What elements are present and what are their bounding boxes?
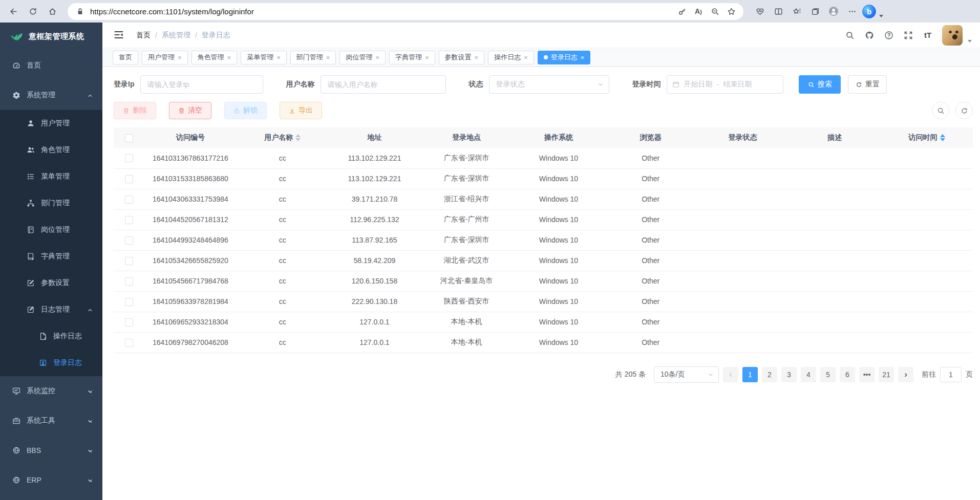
close-icon[interactable]: ×: [425, 54, 429, 61]
refresh-table-button[interactable]: [955, 102, 973, 119]
back-icon[interactable]: [5, 3, 22, 19]
close-icon[interactable]: ×: [475, 54, 479, 61]
row-checkbox[interactable]: [125, 216, 133, 224]
fullscreen-icon[interactable]: [903, 30, 913, 40]
breadcrumb-item[interactable]: 首页: [136, 31, 151, 40]
date-range-picker[interactable]: 开始日期 - 结束日期: [667, 75, 783, 94]
close-icon[interactable]: ×: [326, 54, 330, 61]
sidebar-item-Yi框架[interactable]: Yi框架: [0, 495, 102, 500]
github-icon[interactable]: [864, 30, 875, 40]
username-field[interactable]: [321, 75, 446, 94]
tab-首页[interactable]: 首页: [113, 51, 138, 64]
refresh-icon[interactable]: [25, 3, 41, 19]
sidebar-item-菜单管理[interactable]: 菜单管理: [0, 163, 102, 190]
table-row[interactable]: 1641031367863177216cc113.102.129.221广东省-…: [114, 148, 973, 168]
row-checkbox[interactable]: [125, 277, 133, 286]
table-row[interactable]: 1641069652933218304cc127.0.0.1本地-本机Windo…: [114, 312, 973, 332]
sort-carets-icon[interactable]: [295, 134, 301, 141]
table-row[interactable]: 1641054566717984768cc120.6.150.158河北省-秦皇…: [114, 271, 973, 291]
row-checkbox[interactable]: [125, 236, 133, 245]
font-size-icon[interactable]: tT: [923, 30, 933, 40]
avatar-caret-icon[interactable]: [968, 40, 972, 42]
table-row[interactable]: 1641069798270046208cc127.0.0.1本地-本机Windo…: [114, 332, 973, 353]
tab-岗位管理[interactable]: 岗位管理×: [339, 51, 386, 64]
tab-角色管理[interactable]: 角色管理×: [191, 51, 238, 64]
table-row[interactable]: 1641059633978281984cc222.90.130.18陕西省-西安…: [114, 291, 973, 312]
row-checkbox[interactable]: [125, 195, 133, 204]
prev-page-button[interactable]: ‹: [723, 367, 738, 382]
table-row[interactable]: 1641053426655825920cc58.19.42.209湖北省-武汉市…: [114, 250, 973, 271]
sidebar-item-参数设置[interactable]: 参数设置: [0, 270, 102, 296]
sidebar-item-字典管理[interactable]: 字典管理: [0, 243, 102, 270]
password-key-icon[interactable]: [675, 4, 689, 18]
select-all-checkbox[interactable]: [125, 134, 133, 142]
lock-icon[interactable]: [75, 6, 85, 16]
favorites-icon[interactable]: [789, 3, 805, 19]
close-icon[interactable]: ×: [178, 54, 182, 61]
login-ip-field[interactable]: [140, 75, 263, 94]
sidebar-item-系统监控[interactable]: 系统监控: [0, 376, 102, 406]
row-checkbox[interactable]: [125, 257, 133, 265]
page-size-select[interactable]: 10条/页: [654, 366, 719, 383]
table-row[interactable]: 1641031533185863680cc113.102.129.221广东省-…: [114, 168, 973, 189]
table-row[interactable]: 1641044993248464896cc113.87.92.165广东省-深圳…: [114, 230, 973, 250]
login-ip-input[interactable]: [147, 80, 257, 89]
tab-操作日志[interactable]: 操作日志×: [488, 51, 534, 64]
collapse-menu-icon[interactable]: [114, 30, 125, 41]
next-page-button[interactable]: ›: [898, 367, 913, 382]
row-checkbox[interactable]: [125, 154, 133, 162]
close-icon[interactable]: ×: [524, 54, 528, 61]
row-checkbox[interactable]: [125, 298, 133, 306]
sidebar-item-岗位管理[interactable]: 岗位管理: [0, 216, 102, 243]
reset-button[interactable]: 重置: [848, 75, 887, 94]
sidebar-item-日志管理[interactable]: 日志管理: [0, 296, 102, 323]
more-pages-button[interactable]: •••: [859, 367, 875, 382]
row-checkbox[interactable]: [125, 318, 133, 327]
sidebar-item-ERP[interactable]: ERP: [0, 465, 102, 495]
sidebar-item-首页[interactable]: 首页: [0, 51, 102, 80]
page-button-6[interactable]: 6: [840, 367, 855, 382]
favorite-add-icon[interactable]: [724, 4, 738, 18]
page-button-21[interactable]: 21: [879, 367, 894, 382]
table-row[interactable]: 1641043063331753984cc39.171.210.78浙江省-绍兴…: [114, 189, 973, 209]
home-icon[interactable]: [44, 3, 60, 19]
read-aloud-icon[interactable]: A): [691, 4, 706, 18]
tab-部门管理[interactable]: 部门管理×: [290, 51, 336, 64]
page-button-2[interactable]: 2: [762, 367, 777, 382]
page-button-4[interactable]: 4: [801, 367, 816, 382]
close-icon[interactable]: ×: [276, 54, 281, 61]
sidebar-item-部门管理[interactable]: 部门管理: [0, 190, 102, 216]
user-avatar[interactable]: [942, 25, 963, 46]
close-icon[interactable]: ×: [227, 54, 231, 61]
tab-登录日志[interactable]: 登录日志×: [538, 51, 591, 64]
clear-button[interactable]: 清空: [169, 102, 211, 119]
url-text[interactable]: https://ccnetcore.com:1101/system/log/lo…: [90, 7, 670, 16]
show-search-toggle-button[interactable]: [932, 102, 949, 119]
search-button[interactable]: 搜索: [799, 75, 841, 94]
collections-icon[interactable]: [807, 3, 823, 19]
sort-carets-icon[interactable]: [940, 134, 945, 141]
sidebar-item-系统工具[interactable]: 系统工具: [0, 406, 102, 436]
page-button-1[interactable]: 1: [742, 367, 758, 382]
search-icon[interactable]: [845, 30, 855, 40]
tab-字典管理[interactable]: 字典管理×: [389, 51, 435, 64]
tab-用户管理[interactable]: 用户管理×: [142, 51, 188, 64]
row-checkbox[interactable]: [125, 175, 133, 183]
username-input[interactable]: [327, 80, 439, 89]
column-header-用户名称[interactable]: 用户名称: [237, 127, 329, 148]
sidebar-item-用户管理[interactable]: 用户管理: [0, 110, 102, 137]
copilot-caret-icon[interactable]: [879, 15, 883, 17]
status-select[interactable]: 登录状态: [489, 75, 609, 94]
goto-page-input[interactable]: [940, 367, 962, 382]
page-button-5[interactable]: 5: [820, 367, 836, 382]
export-button[interactable]: 导出: [280, 102, 322, 119]
close-icon[interactable]: ×: [375, 54, 379, 61]
table-row[interactable]: 1641044520567181312cc112.96.225.132广东省-广…: [114, 209, 973, 230]
unlock-button[interactable]: 解锁: [224, 102, 267, 119]
sidebar-item-BBS[interactable]: BBS: [0, 436, 102, 465]
zoom-out-icon[interactable]: [708, 4, 722, 18]
close-icon[interactable]: ×: [581, 54, 585, 61]
sidebar-item-操作日志[interactable]: 操作日志: [0, 323, 102, 350]
sidebar-item-系统管理[interactable]: 系统管理: [0, 80, 102, 110]
delete-button[interactable]: 删除: [114, 102, 156, 119]
